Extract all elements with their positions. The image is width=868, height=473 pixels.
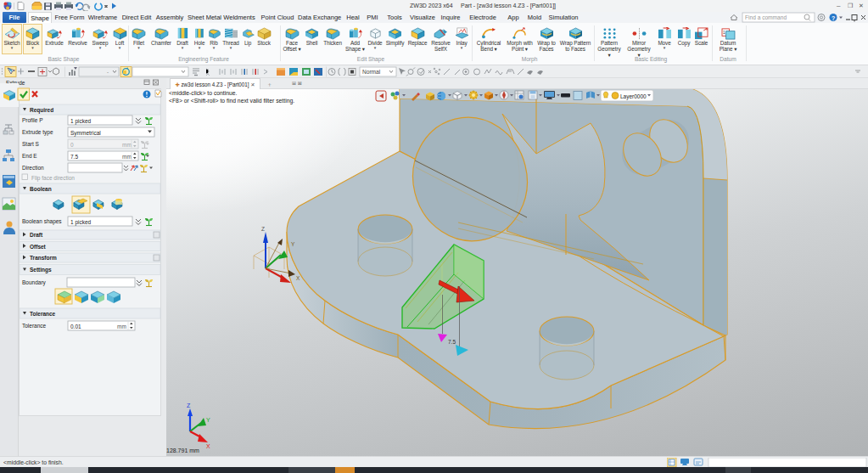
svg-text:Flip face direction: Flip face direction xyxy=(31,175,75,182)
svg-text:X: X xyxy=(206,443,210,449)
svg-text:mm: mm xyxy=(117,324,126,329)
svg-text:Start S: Start S xyxy=(22,141,40,147)
svg-text:Z: Z xyxy=(261,226,265,232)
svg-text:<F8> or <Shift-roll> to find n: <F8> or <Shift-roll> to find next valid … xyxy=(169,98,294,104)
svg-text:Normal: Normal xyxy=(362,69,381,75)
svg-text:0: 0 xyxy=(70,142,74,148)
svg-text:mm: mm xyxy=(122,154,132,160)
svg-text:X: X xyxy=(296,275,300,281)
svg-text:-: - xyxy=(107,70,109,75)
svg-text:1 picked: 1 picked xyxy=(70,219,92,226)
svg-text:Boolean shapes: Boolean shapes xyxy=(22,218,62,225)
svg-text:Direction: Direction xyxy=(22,165,44,171)
svg-text:Boolean: Boolean xyxy=(30,186,52,192)
svg-text:0.01: 0.01 xyxy=(70,324,81,329)
svg-text:Layer0000: Layer0000 xyxy=(620,93,647,100)
svg-text:Symmetrical: Symmetrical xyxy=(70,130,101,137)
svg-text:Settings: Settings xyxy=(30,267,52,273)
svg-text:Transform: Transform xyxy=(30,255,57,261)
svg-text:Tolerance: Tolerance xyxy=(30,311,56,317)
svg-text:Y: Y xyxy=(206,417,210,423)
svg-text:Extrude type: Extrude type xyxy=(22,129,53,136)
svg-text:Tolerance: Tolerance xyxy=(22,323,47,329)
svg-text:Required: Required xyxy=(30,107,53,114)
svg-text:End E: End E xyxy=(22,153,37,159)
svg-text:Boundary: Boundary xyxy=(22,279,47,286)
svg-text:Profile P: Profile P xyxy=(22,117,43,123)
svg-text:7.5: 7.5 xyxy=(448,339,456,345)
svg-text:128.791 mm: 128.791 mm xyxy=(166,448,199,453)
svg-text:Find a command: Find a command xyxy=(745,14,787,20)
svg-text:?: ? xyxy=(832,15,835,21)
svg-text:7.5: 7.5 xyxy=(70,154,78,160)
svg-text:Z: Z xyxy=(187,403,191,408)
svg-text:<middle-click> to continue.: <middle-click> to continue. xyxy=(169,90,238,96)
svg-text:Y: Y xyxy=(291,241,295,247)
svg-text:Draft: Draft xyxy=(30,232,43,238)
svg-text:1 picked: 1 picked xyxy=(70,118,92,125)
svg-text:Offset: Offset xyxy=(30,244,47,250)
svg-text:mm: mm xyxy=(122,142,132,148)
